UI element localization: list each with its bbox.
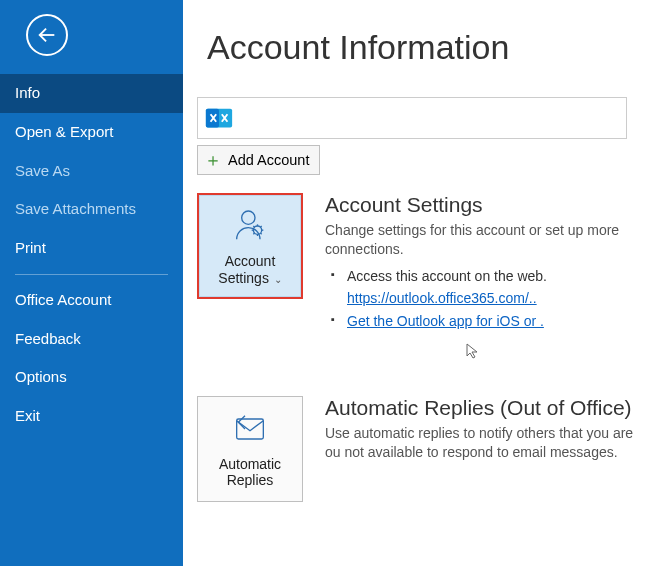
sidebar-item-open-export[interactable]: Open & Export bbox=[0, 113, 183, 152]
svg-rect-13 bbox=[237, 419, 264, 439]
sidebar-item-info[interactable]: Info bbox=[0, 74, 183, 113]
sidebar-item-options[interactable]: Options bbox=[0, 358, 183, 397]
tile-label-text: Account Settings bbox=[218, 253, 275, 285]
sidebar-item-exit[interactable]: Exit bbox=[0, 397, 183, 436]
section-desc: Change settings for this account or set … bbox=[325, 221, 642, 259]
account-selector-area: ＋ Add Account bbox=[197, 97, 648, 175]
auto-replies-content: Automatic Replies (Out of Office) Use au… bbox=[325, 396, 648, 502]
svg-point-3 bbox=[242, 211, 255, 224]
user-gear-icon bbox=[230, 206, 270, 249]
arrow-left-icon bbox=[36, 24, 58, 46]
svg-line-11 bbox=[253, 233, 254, 234]
sidebar-item-save-as: Save As bbox=[0, 152, 183, 191]
sidebar-item-label: Info bbox=[15, 84, 40, 101]
sidebar-item-label: Exit bbox=[15, 407, 40, 424]
chevron-down-icon: ⌄ bbox=[271, 274, 282, 285]
sidebar-item-save-attachments: Save Attachments bbox=[0, 190, 183, 229]
account-settings-content: Account Settings Change settings for thi… bbox=[325, 193, 648, 332]
add-account-button[interactable]: ＋ Add Account bbox=[197, 145, 320, 175]
sidebar-item-feedback[interactable]: Feedback bbox=[0, 320, 183, 359]
account-settings-section: Account Settings ⌄ Account Settings Chan… bbox=[197, 193, 648, 332]
svg-line-10 bbox=[260, 233, 261, 234]
back-button[interactable] bbox=[26, 14, 68, 56]
bullet-item: Get the Outlook app for iOS or . bbox=[325, 310, 642, 332]
account-settings-tile[interactable]: Account Settings ⌄ bbox=[197, 193, 303, 299]
sidebar-item-print[interactable]: Print bbox=[0, 229, 183, 268]
page-title: Account Information bbox=[183, 0, 648, 67]
bullet-item: Access this account on the web. https://… bbox=[325, 265, 642, 310]
add-account-label: Add Account bbox=[228, 152, 309, 168]
bullet-list: Access this account on the web. https://… bbox=[325, 265, 642, 332]
plus-icon: ＋ bbox=[204, 148, 222, 172]
sidebar-item-label: Save Attachments bbox=[15, 200, 136, 217]
exchange-icon bbox=[204, 103, 234, 133]
tile-label: Account Settings ⌄ bbox=[199, 253, 301, 285]
sidebar-item-label: Print bbox=[15, 239, 46, 256]
account-dropdown[interactable] bbox=[197, 97, 627, 139]
svg-line-9 bbox=[253, 226, 254, 227]
bullet-text: Access this account on the web. bbox=[347, 268, 547, 284]
sidebar-item-label: Open & Export bbox=[15, 123, 113, 140]
sidebar-item-label: Save As bbox=[15, 162, 70, 179]
section-desc: Use automatic replies to notify others t… bbox=[325, 424, 642, 462]
sidebar-item-label: Feedback bbox=[15, 330, 81, 347]
envelope-reply-icon bbox=[230, 409, 270, 452]
sidebar: Info Open & Export Save As Save Attachme… bbox=[0, 0, 183, 566]
sidebar-item-label: Options bbox=[15, 368, 67, 385]
owa-link[interactable]: https://outlook.office365.com/.. bbox=[347, 290, 537, 306]
content-area: Account Information ＋ Add Account bbox=[183, 0, 648, 566]
section-heading: Account Settings bbox=[325, 193, 642, 217]
section-heading: Automatic Replies (Out of Office) bbox=[325, 396, 642, 420]
sidebar-item-label: Office Account bbox=[15, 291, 111, 308]
automatic-replies-tile[interactable]: Automatic Replies bbox=[197, 396, 303, 502]
tile-label: Automatic Replies bbox=[198, 456, 302, 488]
outlook-app-link[interactable]: Get the Outlook app for iOS or . bbox=[347, 313, 544, 329]
auto-replies-section: Automatic Replies Automatic Replies (Out… bbox=[197, 396, 648, 502]
separator bbox=[15, 274, 168, 275]
sidebar-item-office-account[interactable]: Office Account bbox=[0, 281, 183, 320]
svg-line-12 bbox=[260, 226, 261, 227]
back-area bbox=[0, 0, 183, 74]
